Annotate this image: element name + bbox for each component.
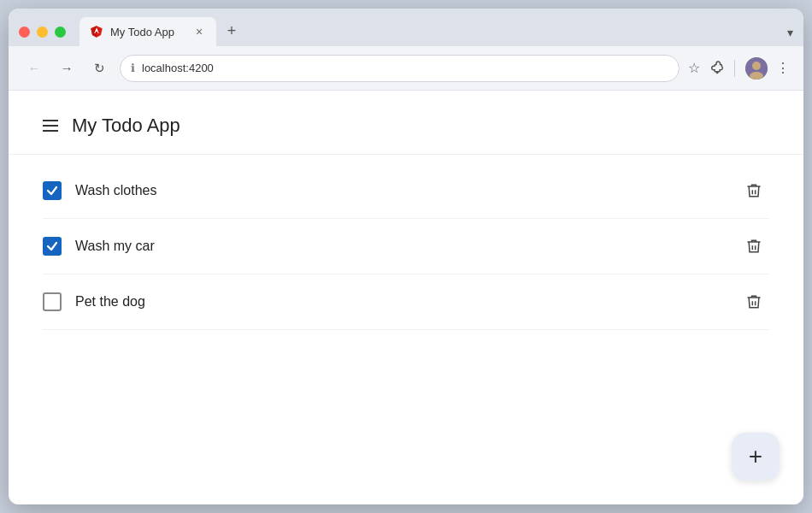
address-bar[interactable]: ℹ localhost:4200 <box>120 55 680 82</box>
check-icon <box>46 185 58 197</box>
tab-close-button[interactable]: × <box>192 25 206 38</box>
page-title: My Todo App <box>72 115 180 137</box>
extension-icon[interactable] <box>709 59 724 78</box>
todo-label-2: Wash my car <box>75 239 738 254</box>
reload-icon: ↻ <box>94 61 105 76</box>
maximize-button[interactable] <box>55 27 66 38</box>
tab-title: My Todo App <box>110 26 185 38</box>
todo-checkbox-2[interactable] <box>43 237 62 256</box>
list-item: Wash clothes <box>43 163 769 219</box>
delete-button-2[interactable] <box>738 234 769 258</box>
trash-icon <box>745 238 762 255</box>
trash-icon <box>745 293 762 310</box>
avatar[interactable] <box>745 57 768 80</box>
todo-label-3: Pet the dog <box>75 294 738 310</box>
plus-icon: + <box>749 445 762 469</box>
tab-bar: My Todo App × + ▾ <box>9 9 803 46</box>
nav-actions: ☆ ⋮ <box>688 57 790 80</box>
forward-button[interactable]: → <box>55 56 79 80</box>
delete-button-3[interactable] <box>738 290 769 314</box>
reload-button[interactable]: ↻ <box>87 56 111 80</box>
nav-divider <box>734 60 735 77</box>
check-icon <box>46 240 58 252</box>
svg-rect-3 <box>96 31 97 32</box>
add-todo-button[interactable]: + <box>732 433 780 481</box>
todo-list: Wash clothes Wash my car <box>9 155 803 339</box>
address-text: localhost:4200 <box>142 62 668 74</box>
svg-point-5 <box>752 62 761 70</box>
new-tab-button[interactable]: + <box>220 19 244 43</box>
tab-favicon-icon <box>90 25 103 38</box>
active-tab[interactable]: My Todo App × <box>79 17 216 46</box>
browser-window: My Todo App × + ▾ ← → ↻ ℹ localhost:4200… <box>9 9 803 504</box>
back-arrow-icon: ← <box>28 61 41 75</box>
delete-button-1[interactable] <box>738 179 769 203</box>
browser-menu-icon[interactable]: ⋮ <box>776 60 790 76</box>
menu-button[interactable] <box>43 120 58 132</box>
todo-label-1: Wash clothes <box>75 183 738 198</box>
app-header: My Todo App <box>9 91 803 155</box>
close-button[interactable] <box>19 27 30 38</box>
todo-checkbox-3[interactable] <box>43 292 62 311</box>
todo-checkbox-1[interactable] <box>43 181 62 200</box>
nav-bar: ← → ↻ ℹ localhost:4200 ☆ <box>9 46 803 91</box>
back-button[interactable]: ← <box>22 56 46 80</box>
list-item: Pet the dog <box>43 274 769 330</box>
window-controls <box>19 27 66 38</box>
minimize-button[interactable] <box>37 27 48 38</box>
tab-dropdown-button[interactable]: ▾ <box>787 26 793 39</box>
info-icon: ℹ <box>131 62 135 74</box>
forward-arrow-icon: → <box>61 61 74 75</box>
bookmark-icon[interactable]: ☆ <box>688 60 700 76</box>
page-content: My Todo App Wash clothes <box>9 91 803 504</box>
trash-icon <box>745 182 762 199</box>
list-item: Wash my car <box>43 219 769 274</box>
